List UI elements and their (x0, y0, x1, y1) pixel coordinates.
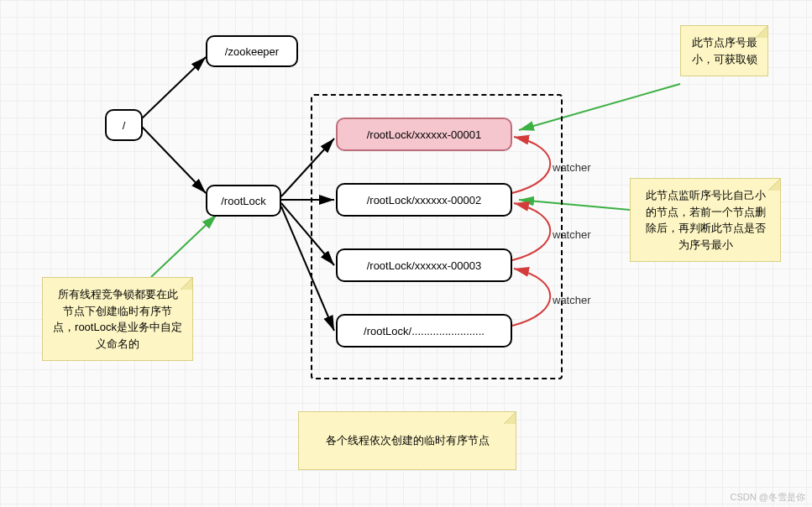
node-seq1-label: /rootLock/xxxxxx-00001 (367, 128, 482, 141)
node-root-label: / (123, 119, 126, 132)
node-root: / (105, 109, 143, 141)
note-left: 所有线程竞争锁都要在此节点下创建临时有序节点，rootLock是业务中自定义命名… (42, 277, 193, 361)
node-rootlock-label: /rootLock (221, 195, 265, 207)
node-seq3: /rootLock/xxxxxx-00003 (336, 248, 512, 282)
note-right: 此节点监听序号比自己小的节点，若前一个节点删除后，再判断此节点是否为序号最小 (630, 178, 781, 262)
note-top-right-text: 此节点序号最小，可获取锁 (692, 36, 757, 65)
label-watcher2: watcher (553, 228, 591, 241)
watermark: CSDN @冬雪是你 (731, 491, 805, 504)
node-seq4: /rootLock/........................ (336, 314, 512, 348)
node-rootlock: /rootLock (206, 185, 281, 217)
note-bottom: 各个线程依次创建的临时有序节点 (298, 411, 516, 470)
edge-root-rootlock (141, 126, 206, 193)
note-left-text: 所有线程竞争锁都要在此节点下创建临时有序节点，rootLock是业务中自定义命名… (53, 288, 182, 350)
node-seq3-label: /rootLock/xxxxxx-00003 (367, 259, 482, 272)
node-zookeeper: /zookeeper (206, 35, 298, 67)
node-zookeeper-label: /zookeeper (225, 45, 279, 58)
label-watcher3: watcher (553, 294, 591, 306)
note-right-text: 此节点监听序号比自己小的节点，若前一个节点删除后，再判断此节点是否为序号最小 (646, 189, 766, 251)
label-watcher1: watcher (553, 161, 591, 174)
edge-root-zookeeper (141, 57, 206, 119)
node-seq2-label: /rootLock/xxxxxx-00002 (367, 194, 482, 206)
node-seq1: /rootLock/xxxxxx-00001 (336, 118, 512, 151)
arrow-note-left (151, 215, 217, 277)
note-bottom-text: 各个线程依次创建的临时有序节点 (326, 432, 490, 449)
note-top-right: 此节点序号最小，可获取锁 (680, 25, 768, 76)
node-seq2: /rootLock/xxxxxx-00002 (336, 183, 512, 217)
node-seq4-label: /rootLock/........................ (364, 325, 485, 337)
